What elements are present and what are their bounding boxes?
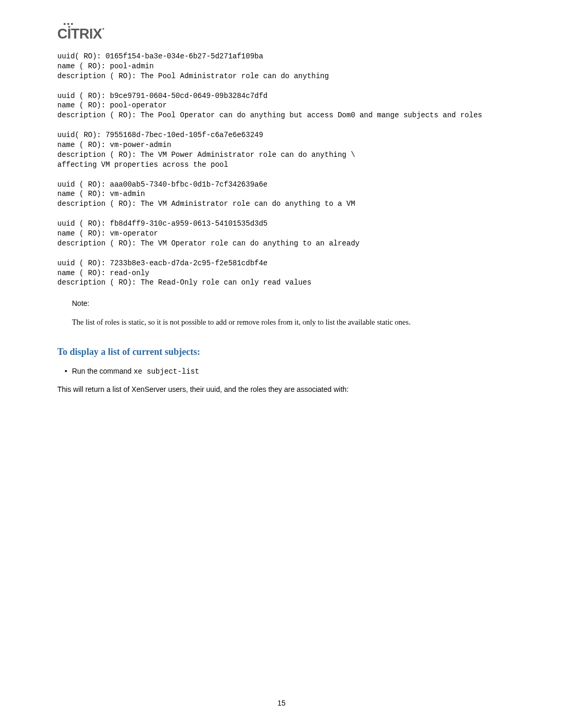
citrix-logo: CİTRIX• [57,26,506,42]
note-text: The list of roles is static, so it is no… [72,317,506,327]
bullet-icon: • [65,367,70,375]
bullet-command: xe subject-list [133,367,199,376]
page-number: 15 [0,699,563,707]
note-label: Note: [72,299,506,307]
note-block: Note: The list of roles is static, so it… [72,299,506,327]
bullet-item: • Run the command xe subject-list [57,367,506,376]
body-paragraph: This will return a list of XenServer use… [57,385,506,393]
logo-word: CİTRIX [57,26,102,42]
logo-text: CİTRIX• [57,26,104,42]
role-list-output: uuid( RO): 0165f154-ba3e-034e-6b27-5d271… [57,52,506,288]
logo-trademark-icon: • [103,26,104,32]
bullet-lead-text: Run the command [72,367,133,375]
logo-dots-icon [64,23,73,25]
section-title: To display a list of current subjects: [57,347,506,357]
